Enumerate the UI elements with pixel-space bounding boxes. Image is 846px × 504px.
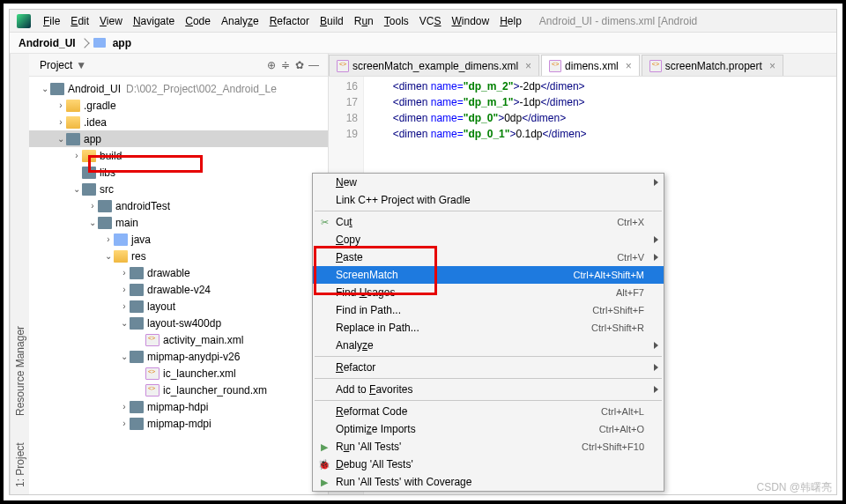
tree-row[interactable]: libs bbox=[29, 164, 328, 181]
tree-row[interactable]: ⌄mipmap-anydpi-v26 bbox=[29, 348, 328, 365]
tree-label: libs bbox=[100, 167, 115, 179]
editor-tab[interactable]: screenMatch_example_dimens.xml× bbox=[329, 55, 539, 76]
close-icon[interactable]: × bbox=[769, 60, 776, 72]
editor-tabs[interactable]: screenMatch_example_dimens.xml×dimens.xm… bbox=[329, 54, 836, 77]
editor-tab[interactable]: dimens.xml× bbox=[541, 55, 640, 76]
gear-icon[interactable]: ✿ bbox=[293, 58, 307, 72]
menu-item[interactable]: ▶Run 'All Tests' with Coverage bbox=[313, 473, 664, 491]
menu-item[interactable]: ▶Run 'All Tests'Ctrl+Shift+F10 bbox=[313, 438, 664, 456]
tree-row[interactable]: ›.idea bbox=[29, 114, 328, 130]
menu-item[interactable]: 🐞Debug 'All Tests' bbox=[313, 456, 664, 473]
breadcrumb-child[interactable]: app bbox=[113, 37, 131, 49]
tree-arrow-icon[interactable]: ⌄ bbox=[56, 134, 66, 144]
menu-help[interactable]: Help bbox=[496, 13, 525, 29]
editor-tab[interactable]: screenMatch.propert× bbox=[642, 55, 783, 76]
tree-row[interactable]: ⌄layout-sw400dp bbox=[29, 315, 328, 331]
tree-row[interactable]: ic_launcher_round.xm bbox=[29, 382, 328, 398]
tree-arrow-icon[interactable]: ⌄ bbox=[71, 184, 82, 194]
tree-row[interactable]: ›mipmap-hdpi bbox=[29, 398, 328, 415]
menu-navigate[interactable]: Navigate bbox=[130, 13, 178, 29]
tree-arrow-icon[interactable]: › bbox=[103, 234, 114, 244]
tree-row[interactable]: ›.gradle bbox=[29, 97, 328, 114]
tree-row[interactable]: ›drawable bbox=[29, 264, 328, 281]
tree-arrow-icon[interactable]: ⌄ bbox=[40, 84, 50, 93]
menu-item-label: Debug 'All Tests' bbox=[336, 458, 413, 471]
tree-label: mipmap-anydpi-v26 bbox=[147, 351, 240, 363]
sidebar-tab-resource-manager[interactable]: Resource Manager bbox=[14, 326, 26, 416]
tree-label: layout bbox=[147, 300, 175, 313]
menu-item[interactable]: Add to Favorites bbox=[313, 381, 664, 398]
menu-item[interactable]: Refactor bbox=[313, 359, 664, 376]
tree-arrow-icon[interactable]: › bbox=[119, 268, 130, 278]
submenu-arrow-icon bbox=[654, 179, 658, 186]
tree-row[interactable]: ⌄app bbox=[29, 130, 328, 147]
tree-arrow-icon[interactable]: › bbox=[119, 419, 130, 428]
menu-code[interactable]: Code bbox=[182, 13, 214, 29]
folder-dark-icon bbox=[130, 401, 144, 413]
watermark: CSDN @韩曙亮 bbox=[756, 480, 832, 495]
menu-analyze[interactable]: Analyze bbox=[218, 13, 263, 29]
menu-window[interactable]: Window bbox=[448, 13, 493, 29]
menu-item[interactable]: Reformat CodeCtrl+Alt+L bbox=[313, 403, 664, 420]
menu-refactor[interactable]: Refactor bbox=[266, 13, 313, 29]
tree-arrow-icon[interactable]: › bbox=[56, 100, 66, 110]
menu-item[interactable]: Copy bbox=[313, 231, 664, 248]
menu-run[interactable]: Run bbox=[351, 13, 377, 29]
locate-icon[interactable]: ⊕ bbox=[264, 58, 278, 72]
menu-vcs[interactable]: VCS bbox=[416, 13, 445, 29]
close-icon[interactable]: × bbox=[525, 60, 531, 72]
tree-row[interactable]: ›layout bbox=[29, 298, 328, 315]
hide-icon[interactable]: — bbox=[307, 58, 321, 72]
menu-item[interactable]: Optimize ImportsCtrl+Alt+O bbox=[313, 420, 664, 438]
menu-view[interactable]: View bbox=[96, 13, 126, 29]
menu-item[interactable]: ScreenMatchCtrl+Alt+Shift+M bbox=[313, 266, 664, 284]
context-menu[interactable]: NewLink C++ Project with Gradle✂CutCtrl+… bbox=[312, 173, 664, 492]
menu-item[interactable]: Find in Path...Ctrl+Shift+F bbox=[313, 301, 664, 319]
menu-build[interactable]: Build bbox=[316, 13, 347, 29]
folder-icon bbox=[66, 100, 80, 112]
tree-row[interactable]: activity_main.xml bbox=[29, 331, 328, 348]
tree-label: mipmap-hdpi bbox=[147, 401, 208, 413]
tree-row[interactable]: ›drawable-v24 bbox=[29, 281, 328, 298]
tree-arrow-icon[interactable]: › bbox=[56, 117, 66, 127]
tree-arrow-icon[interactable]: › bbox=[119, 285, 130, 294]
tree-arrow-icon[interactable]: ⌄ bbox=[103, 251, 114, 261]
sidebar-tab-project[interactable]: 1: Project bbox=[14, 442, 26, 487]
left-tool-strip[interactable]: 1: Project Resource Manager bbox=[10, 54, 29, 494]
tree-row[interactable]: ⌄res bbox=[29, 248, 328, 264]
tree-row[interactable]: ›mipmap-mdpi bbox=[29, 415, 328, 432]
tree-arrow-icon[interactable]: › bbox=[71, 151, 82, 160]
menu-item[interactable]: Analyze bbox=[313, 337, 664, 354]
tree-row[interactable]: ⌄Android_UID:\002_Project\002_Android_Le bbox=[29, 80, 328, 97]
menu-file[interactable]: File bbox=[40, 13, 63, 29]
project-view-label[interactable]: Project bbox=[40, 59, 72, 71]
tree-arrow-icon[interactable]: ⌄ bbox=[119, 352, 130, 361]
menu-tools[interactable]: Tools bbox=[381, 13, 412, 29]
folder-dark-icon bbox=[82, 183, 96, 196]
tree-row[interactable]: ›java bbox=[29, 231, 328, 248]
tree-row[interactable]: ›build bbox=[29, 147, 328, 164]
tree-arrow-icon[interactable]: ⌄ bbox=[87, 218, 98, 227]
project-tree[interactable]: ⌄Android_UID:\002_Project\002_Android_Le… bbox=[29, 77, 328, 494]
menu-item[interactable]: Link C++ Project with Gradle bbox=[313, 191, 664, 209]
tree-arrow-icon[interactable]: › bbox=[87, 201, 98, 211]
tree-row[interactable]: ic_launcher.xml bbox=[29, 365, 328, 382]
tree-arrow-icon[interactable]: › bbox=[119, 402, 130, 411]
tree-row[interactable]: ›androidTest bbox=[29, 197, 328, 214]
menu-edit[interactable]: Edit bbox=[67, 13, 93, 29]
menu-item[interactable]: ✂CutCtrl+X bbox=[313, 213, 664, 231]
menu-item[interactable]: PasteCtrl+V bbox=[313, 248, 664, 266]
tree-arrow-icon[interactable]: › bbox=[119, 301, 130, 311]
menu-item[interactable]: Find UsagesAlt+F7 bbox=[313, 284, 664, 301]
expand-icon[interactable]: ≑ bbox=[278, 58, 293, 72]
tree-row[interactable]: ⌄src bbox=[29, 181, 328, 197]
tree-row[interactable]: ⌄main bbox=[29, 214, 328, 231]
close-icon[interactable]: × bbox=[626, 60, 632, 72]
menu-item[interactable]: Replace in Path...Ctrl+Shift+R bbox=[313, 319, 664, 337]
menu-shortcut: Ctrl+Shift+F10 bbox=[582, 441, 644, 452]
tree-arrow-icon[interactable]: ⌄ bbox=[119, 318, 130, 328]
menu-item[interactable]: New bbox=[313, 174, 664, 191]
breadcrumb-root[interactable]: Android_UI bbox=[19, 37, 76, 49]
menu-separator bbox=[315, 378, 662, 379]
tree-label: build bbox=[100, 150, 122, 162]
